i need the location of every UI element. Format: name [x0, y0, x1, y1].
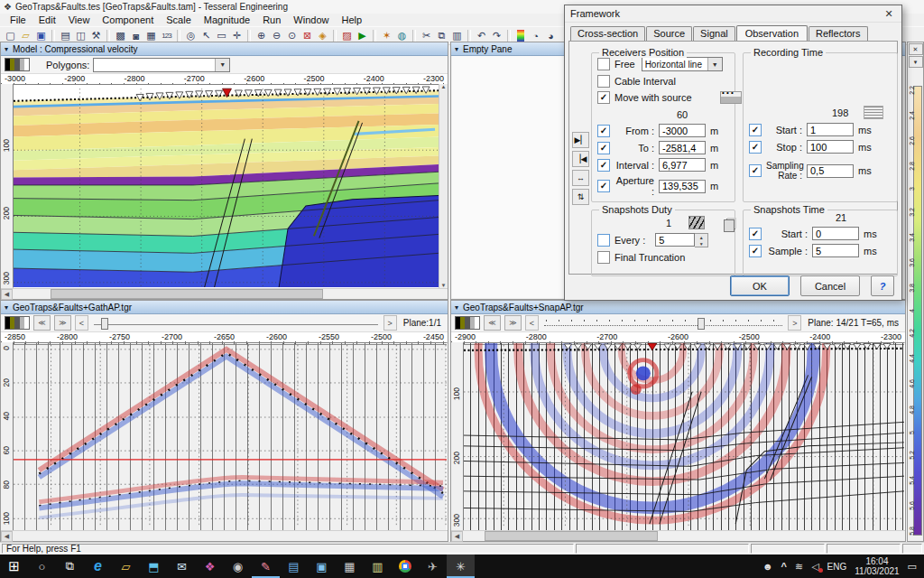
model-canvas[interactable] — [13, 84, 439, 288]
interval-field[interactable] — [659, 158, 706, 172]
menu-item[interactable]: View — [62, 14, 97, 25]
colorbar-icon[interactable] — [517, 30, 524, 42]
sampling-rate-checkbox[interactable] — [749, 164, 762, 177]
people-icon[interactable]: ☻ — [762, 561, 773, 572]
separator[interactable] — [51, 30, 55, 42]
first-plane-button[interactable]: ≪ — [484, 315, 501, 331]
gather-hscrollbar[interactable]: ◀ — [1, 530, 448, 541]
start-field[interactable] — [807, 123, 854, 136]
help-button[interactable]: ? — [871, 275, 894, 296]
receivers-aperture-icon[interactable]: ⇅ — [572, 189, 589, 205]
menu-item[interactable]: Scale — [160, 14, 198, 25]
separator[interactable] — [467, 30, 471, 42]
palette-swatch[interactable] — [455, 316, 480, 330]
gather-plane-slider[interactable] — [92, 317, 380, 329]
chevron-down-icon[interactable]: ▼ — [707, 58, 722, 70]
tesseral-icon[interactable]: ✳ — [447, 555, 475, 578]
separator[interactable] — [373, 30, 376, 42]
separator[interactable] — [177, 30, 180, 42]
legend-close-button[interactable]: ✕ — [909, 43, 923, 55]
model-hscrollbar[interactable]: ◀ — [1, 288, 448, 299]
to-field[interactable] — [659, 141, 706, 154]
stop-field[interactable] — [807, 140, 854, 154]
to-checkbox[interactable] — [597, 142, 610, 154]
prev-plane-button[interactable]: < — [525, 315, 539, 331]
paint3d-icon[interactable]: ❖ — [196, 555, 224, 578]
from-checkbox[interactable] — [597, 125, 610, 137]
edge-icon[interactable]: e — [84, 555, 112, 578]
every-field[interactable] — [655, 233, 695, 247]
spinner-arrows[interactable]: ▲▼ — [695, 233, 708, 247]
tab-reflectors[interactable]: Reflectors — [808, 26, 868, 41]
store-icon[interactable]: ⬒ — [140, 555, 168, 578]
tab-cross-section[interactable]: Cross-section — [570, 26, 645, 41]
tab-observation[interactable]: Observation — [736, 25, 808, 42]
snap-start-field[interactable] — [812, 227, 859, 240]
photos-icon[interactable]: ▣ — [308, 555, 336, 578]
menu-item[interactable]: Window — [287, 14, 335, 25]
from-field[interactable] — [659, 124, 706, 137]
volume-icon[interactable]: ◁ — [811, 561, 818, 573]
tab-source[interactable]: Source — [646, 26, 692, 41]
menu-item[interactable]: Component — [96, 14, 160, 25]
legend-collapse-button[interactable]: ▾ — [909, 56, 923, 68]
aperture-checkbox[interactable] — [597, 180, 610, 192]
menu-item[interactable]: File — [4, 14, 32, 25]
chevron-down-icon[interactable]: ▼ — [215, 59, 229, 71]
final-truncation-checkbox[interactable] — [597, 251, 610, 264]
snap-sample-checkbox[interactable] — [749, 245, 762, 257]
polygons-dropdown[interactable]: ▼ — [93, 58, 230, 72]
next-plane-button[interactable]: > — [788, 315, 801, 331]
first-plane-button[interactable]: ≪ — [33, 315, 51, 331]
camera-icon[interactable]: ◉ — [224, 555, 252, 578]
collapse-triangle-icon[interactable]: ▾ — [455, 45, 458, 53]
free-checkbox[interactable] — [597, 58, 610, 70]
calculator-icon[interactable]: ▦ — [336, 555, 364, 578]
wifi-icon[interactable]: ≋ — [795, 561, 803, 573]
separator[interactable] — [106, 30, 110, 42]
last-plane-button[interactable]: ≫ — [504, 315, 522, 331]
start-checkbox[interactable] — [749, 124, 762, 136]
prev-plane-button[interactable]: < — [75, 315, 88, 331]
snapshot-hscrollbar[interactable]: ◀ — [451, 530, 905, 541]
menu-item[interactable]: Edit — [32, 14, 62, 25]
wordpad-icon[interactable]: ▤ — [280, 555, 308, 578]
paint-icon[interactable]: ✎ — [252, 555, 280, 578]
receivers-from-icon[interactable]: ▶▏ — [572, 132, 589, 148]
menu-item[interactable]: Magnitude — [198, 14, 256, 25]
search-icon[interactable]: ○ — [28, 555, 56, 578]
separator[interactable] — [507, 30, 511, 42]
snap-start-checkbox[interactable] — [749, 228, 762, 240]
stop-checkbox[interactable] — [749, 141, 762, 154]
tab-signal[interactable]: Signal — [693, 26, 735, 41]
close-icon[interactable]: ✕ — [882, 8, 896, 20]
next-plane-button[interactable]: > — [383, 315, 397, 331]
palette-swatch[interactable] — [5, 58, 30, 71]
ok-button[interactable]: OK — [730, 275, 790, 296]
snapshot-pane-header[interactable]: ▾ GeoTraps&Faults+SnapAP.tgr — [451, 301, 905, 314]
chrome-icon[interactable]: ◌ — [399, 560, 411, 573]
notes-icon[interactable]: ▥ — [364, 555, 392, 578]
aperture-field[interactable] — [659, 180, 706, 193]
collapse-triangle-icon[interactable]: ▾ — [5, 45, 8, 53]
language-indicator[interactable]: ENG — [827, 562, 847, 572]
receivers-interval-icon[interactable]: ↔ — [572, 170, 589, 186]
action-center-icon[interactable]: ▭ — [908, 561, 917, 573]
snap-sample-field[interactable] — [812, 244, 859, 257]
menu-item[interactable]: Help — [335, 14, 368, 25]
menu-item[interactable]: Run — [256, 14, 287, 25]
separator[interactable] — [247, 30, 251, 42]
collapse-triangle-icon[interactable]: ▾ — [455, 303, 458, 312]
task-view-icon[interactable]: ⧉ — [56, 555, 84, 578]
gather-pane-header[interactable]: ▾ GeoTraps&Faults+GathAP.tgr — [1, 301, 448, 314]
hidden-icons-chevron[interactable]: ^ — [781, 561, 786, 572]
separator[interactable] — [333, 30, 337, 42]
model-vscrollbar[interactable]: ▲▼ — [439, 84, 448, 288]
snapshot-plane-slider[interactable] — [542, 317, 784, 329]
receiver-mode-dropdown[interactable]: Horizontal line ▼ — [642, 57, 723, 71]
sampling-rate-field[interactable] — [807, 164, 854, 178]
palette-swatch[interactable] — [5, 316, 30, 330]
glider-icon[interactable]: ✈ — [419, 555, 447, 578]
mail-icon[interactable]: ✉ — [168, 555, 196, 578]
start-button[interactable]: ⊞ — [0, 555, 28, 578]
